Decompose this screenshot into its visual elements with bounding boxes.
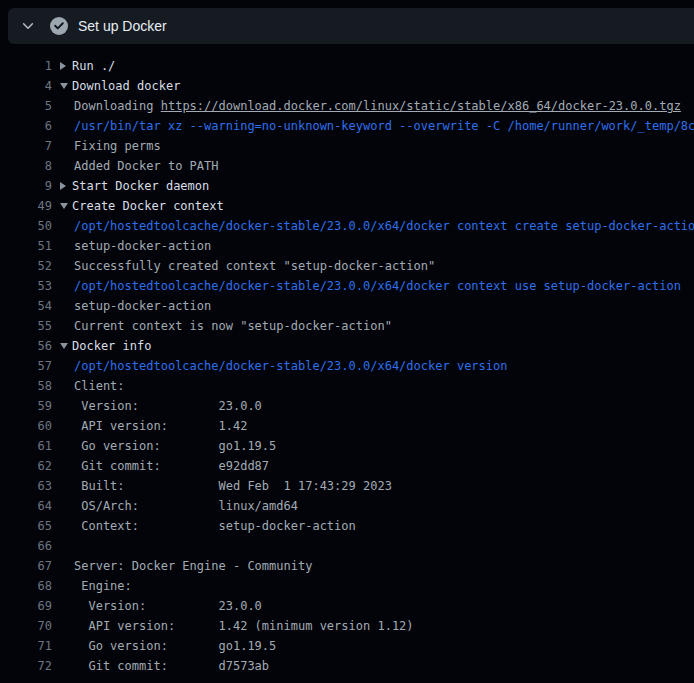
log-text: Context: setup-docker-action [60, 516, 356, 536]
line-number[interactable]: 70 [0, 616, 52, 636]
line-number[interactable]: 50 [0, 216, 52, 236]
log-text: Added Docker to PATH [60, 156, 219, 176]
log-text: Client: [60, 376, 125, 396]
group-title: Create Docker context [72, 196, 224, 216]
log-group-row: 49 Create Docker context [0, 196, 694, 216]
line-number[interactable]: 8 [0, 156, 52, 176]
log-text: Git commit: d7573ab [60, 656, 269, 676]
log-line: 67 Server: Docker Engine - Community [0, 556, 694, 576]
log-command-text: /usr/bin/tar xz --warning=no-unknown-key… [60, 116, 694, 136]
log-text: Go version: go1.19.5 [60, 636, 276, 656]
line-number[interactable]: 63 [0, 476, 52, 496]
log-command-text: /opt/hostedtoolcache/docker-stable/23.0.… [60, 216, 694, 236]
line-number[interactable]: 52 [0, 256, 52, 276]
log-line: 69 Version: 23.0.0 [0, 596, 694, 616]
log-group-row: 1 Run ./ [0, 56, 694, 76]
log-line: 54 setup-docker-action [0, 296, 694, 316]
log-line: 52 Successfully created context "setup-d… [0, 256, 694, 276]
group-expanded-icon[interactable] [60, 83, 68, 89]
line-number[interactable]: 60 [0, 416, 52, 436]
group-expanded-icon[interactable] [60, 203, 68, 209]
line-number[interactable]: 59 [0, 396, 52, 416]
group-title: Start Docker daemon [72, 176, 209, 196]
line-number[interactable]: 68 [0, 576, 52, 596]
group-collapsed-icon[interactable] [60, 182, 66, 190]
log-text: Server: Docker Engine - Community [60, 556, 312, 576]
line-number[interactable]: 56 [0, 336, 52, 356]
log-line: 66 [0, 536, 694, 556]
log-text: Downloading [74, 96, 161, 116]
log-line-content[interactable]: Docker info [60, 336, 151, 356]
log-group-row: 56 Docker info [0, 336, 694, 356]
line-number[interactable]: 66 [0, 536, 52, 556]
log-command-text: /opt/hostedtoolcache/docker-stable/23.0.… [60, 356, 507, 376]
log-text: Git commit: e92dd87 [60, 456, 269, 476]
log-text: OS/Arch: linux/amd64 [60, 496, 298, 516]
line-number[interactable]: 7 [0, 136, 52, 156]
log-line: 61 Go version: go1.19.5 [0, 436, 694, 456]
log-line-content[interactable]: Create Docker context [60, 196, 224, 216]
log-line: 70 API version: 1.42 (minimum version 1.… [0, 616, 694, 636]
line-number[interactable]: 9 [0, 176, 52, 196]
line-number[interactable]: 69 [0, 596, 52, 616]
line-number[interactable]: 67 [0, 556, 52, 576]
group-title: Docker info [72, 336, 151, 356]
log-line: 59 Version: 23.0.0 [0, 396, 694, 416]
log-text: setup-docker-action [60, 236, 211, 256]
line-number[interactable]: 54 [0, 296, 52, 316]
line-number[interactable]: 72 [0, 656, 52, 676]
log-text: Fixing perms [60, 136, 161, 156]
log-line: 65 Context: setup-docker-action [0, 516, 694, 536]
step-header[interactable]: Set up Docker [8, 8, 694, 44]
log-line: 72 Git commit: d7573ab [0, 656, 694, 676]
step-title: Set up Docker [78, 18, 167, 34]
line-number[interactable]: 5 [0, 96, 52, 116]
log-line-content[interactable]: Start Docker daemon [60, 176, 209, 196]
group-expanded-icon[interactable] [60, 343, 68, 349]
line-number[interactable]: 55 [0, 316, 52, 336]
chevron-down-icon[interactable] [21, 19, 35, 33]
log-group-row: 4 Download docker [0, 76, 694, 96]
log-text: Built: Wed Feb 1 17:43:29 2023 [60, 476, 392, 496]
line-number[interactable]: 53 [0, 276, 52, 296]
line-number[interactable]: 64 [0, 496, 52, 516]
log-line: 55 Current context is now "setup-docker-… [0, 316, 694, 336]
line-number[interactable]: 49 [0, 196, 52, 216]
line-number[interactable]: 65 [0, 516, 52, 536]
group-collapsed-icon[interactable] [60, 62, 66, 70]
log-line: 58 Client: [0, 376, 694, 396]
line-number[interactable]: 1 [0, 56, 52, 76]
log-text: Version: 23.0.0 [60, 596, 262, 616]
log-line: 57 /opt/hostedtoolcache/docker-stable/23… [0, 356, 694, 376]
line-number[interactable]: 57 [0, 356, 52, 376]
log-line: 64 OS/Arch: linux/amd64 [0, 496, 694, 516]
log-text: API version: 1.42 [60, 416, 247, 436]
log-text: Version: 23.0.0 [60, 396, 262, 416]
group-title: Run ./ [72, 56, 115, 76]
log-line: 50 /opt/hostedtoolcache/docker-stable/23… [0, 216, 694, 236]
line-number[interactable]: 6 [0, 116, 52, 136]
log-line-content[interactable]: Run ./ [60, 56, 115, 76]
line-number[interactable]: 51 [0, 236, 52, 256]
log-text: Successfully created context "setup-dock… [60, 256, 435, 276]
line-number[interactable]: 4 [0, 76, 52, 96]
line-number[interactable]: 58 [0, 376, 52, 396]
line-number[interactable]: 61 [0, 436, 52, 456]
check-circle-icon [50, 17, 68, 35]
log-line: 53 /opt/hostedtoolcache/docker-stable/23… [0, 276, 694, 296]
log-text: Engine: [60, 576, 132, 596]
log-lines: 1 Run ./ 4 Download docker 5 Downloading… [0, 44, 694, 676]
log-line: 63 Built: Wed Feb 1 17:43:29 2023 [0, 476, 694, 496]
log-group-row: 9 Start Docker daemon [0, 176, 694, 196]
log-line: 71 Go version: go1.19.5 [0, 636, 694, 656]
log-line-content[interactable]: Download docker [60, 76, 180, 96]
line-number[interactable]: 62 [0, 456, 52, 476]
log-text: Current context is now "setup-docker-act… [60, 316, 392, 336]
log-line: 5 Downloading https://download.docker.co… [0, 96, 694, 116]
log-line: 68 Engine: [0, 576, 694, 596]
log-line: 51 setup-docker-action [0, 236, 694, 256]
log-text: API version: 1.42 (minimum version 1.12) [60, 616, 414, 636]
log-url-link[interactable]: https://download.docker.com/linux/static… [161, 96, 681, 116]
log-text: Go version: go1.19.5 [60, 436, 276, 456]
line-number[interactable]: 71 [0, 636, 52, 656]
